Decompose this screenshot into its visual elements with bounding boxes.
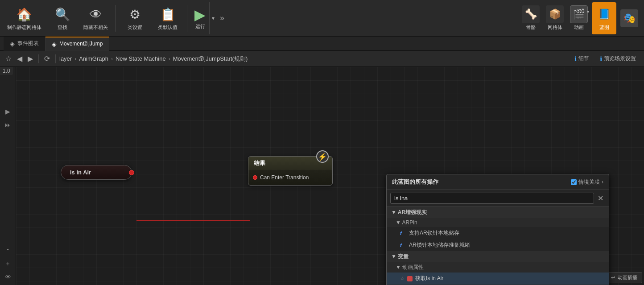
skeleton-view-button[interactable]: 🦴 骨骼	[520, 2, 542, 34]
item-get-isinair-label: 获取Is in Air	[415, 275, 443, 282]
blueprint-label: 蓝图	[599, 24, 609, 31]
item-ar-ready-label: AR锁针本地储存准备就绪	[409, 241, 470, 249]
search-close-button[interactable]: ✕	[596, 193, 605, 203]
hide-irrelevant-button[interactable]: 👁 隐藏不相关	[80, 2, 111, 34]
breadcrumb-animgraph[interactable]: AnimGraph	[79, 55, 108, 62]
item-ar-save[interactable]: f 支持AR锁针本地储存	[387, 227, 609, 239]
func-icon-ar-ready: f	[400, 243, 406, 248]
preview-scene-tab[interactable]: ℹ 预览场景设置	[595, 53, 640, 64]
separator-1	[115, 5, 116, 32]
bc-sep-3: ›	[169, 56, 170, 62]
movement-jump-icon: ◈	[52, 41, 57, 48]
find-label: 查找	[58, 24, 67, 31]
class-defaults-button[interactable]: 📋 类默认值	[152, 2, 183, 34]
back-button[interactable]: ◀	[15, 54, 24, 64]
tab-event-graph[interactable]: ◈ 事件图表	[4, 37, 45, 51]
find-button[interactable]: 🔍 查找	[47, 2, 78, 34]
breadcrumb-statemachine[interactable]: New State Machine	[116, 55, 166, 62]
can-enter-pin[interactable]	[253, 175, 257, 180]
node-isinair[interactable]: Is In Air	[61, 165, 132, 180]
run-dropdown-button[interactable]: ▾	[209, 2, 216, 34]
breadcrumb-separator-2	[55, 54, 56, 63]
left-sidebar: 1.0 ▶ ⏭ - + 👁	[0, 67, 16, 285]
forward-button[interactable]: ▶	[26, 54, 35, 64]
context-checkbox-input[interactable]	[571, 179, 577, 185]
favorite-button[interactable]: ☆	[4, 54, 13, 64]
item-ar-save-label: 支持AR锁针本地储存	[409, 229, 459, 237]
lightning-badge: ⚡	[316, 150, 329, 163]
category-variables[interactable]: ▼ 变量	[387, 251, 609, 262]
zoom-level: 1.0	[0, 67, 13, 75]
play-control-button[interactable]: ▶	[2, 105, 14, 118]
run-label: 运行	[195, 23, 205, 30]
tab-movement-jump[interactable]: ◈ Movement到Jump	[45, 37, 109, 51]
main-area: 1.0 ▶ ⏭ - + 👁 Is In Air ⚡ 结果 Ca	[0, 67, 644, 285]
anim-insert-panel[interactable]: ↩ 动画插播	[606, 272, 642, 283]
run-button[interactable]: ▶ 运行	[191, 2, 209, 34]
mesh-label: 网格体	[548, 24, 562, 31]
preview-label: 预览场景设置	[604, 55, 636, 62]
anim-insert-label: 动画插播	[618, 274, 637, 281]
context-checkbox[interactable]: 情境关联 ›	[571, 178, 603, 186]
eye-button[interactable]: 👁	[2, 271, 14, 283]
anim-view-button[interactable]: 🎬 动画 ▾	[568, 2, 590, 34]
extra-view-button[interactable]: 🎭	[618, 2, 640, 34]
refresh-button[interactable]: ⟳	[42, 54, 52, 64]
class-settings-button[interactable]: ⚙ 类设置	[119, 2, 150, 34]
subcategory-arpin-label: ▼ ARPin	[396, 219, 417, 226]
find-icon: 🔍	[54, 5, 71, 23]
category-ar-enhanced[interactable]: ▼ AR增强现实	[387, 207, 609, 218]
search-popup-title: 此蓝图的所有操作	[392, 178, 438, 186]
anim-label: 动画	[574, 24, 584, 31]
run-icon: ▶	[194, 6, 206, 23]
breadcrumb-rule[interactable]: Movement到JumpStart(规则)	[173, 55, 248, 63]
tabs-bar: ◈ 事件图表 ◈ Movement到Jump	[0, 37, 644, 51]
class-settings-label: 类设置	[128, 24, 142, 31]
details-label: 细节	[578, 55, 589, 62]
item-ar-ready[interactable]: f AR锁针本地储存准备就绪	[387, 239, 609, 251]
node-isinair-output-pin[interactable]	[129, 170, 134, 175]
preview-icon: ℹ	[600, 55, 602, 62]
anim-insert-icon: ↩	[611, 275, 615, 281]
node-isinair-title: Is In Air	[70, 169, 91, 176]
details-panel-tab[interactable]: ℹ 细节	[570, 53, 594, 64]
breadcrumb-bar: ☆ ◀ ▶ ⟳ layer › AnimGraph › New State Ma…	[0, 51, 644, 67]
event-graph-icon: ◈	[10, 40, 15, 47]
node-result[interactable]: ⚡ 结果 Can Enter Transition	[248, 156, 333, 186]
right-panel-tabs: ℹ 细节 ℹ 预览场景设置	[570, 53, 640, 64]
static-mesh-button[interactable]: 🏠 制作静态网格体	[4, 2, 45, 34]
node-result-body: Can Enter Transition	[248, 170, 332, 185]
blueprint-view-button[interactable]: 📘 蓝图	[592, 2, 616, 34]
search-popup: 此蓝图的所有操作 情境关联 › ✕ ▼ AR增强现实 ▼ ARPin	[386, 174, 609, 285]
search-input[interactable]	[390, 193, 594, 204]
node-result-title: 结果	[254, 159, 265, 167]
popup-arrow: ›	[602, 179, 603, 185]
details-icon: ℹ	[574, 55, 577, 62]
category-variables-label: ▼ 变量	[391, 253, 409, 260]
more-toolbar-button[interactable]: »	[218, 13, 226, 23]
context-checkbox-label: 情境关联	[578, 178, 600, 186]
tab-event-graph-label: 事件图表	[17, 40, 39, 47]
search-popup-header: 此蓝图的所有操作 情境关联 ›	[387, 174, 609, 190]
bc-sep-2: ›	[111, 56, 113, 62]
zoom-out-button[interactable]: -	[2, 243, 14, 256]
anim-graph-canvas[interactable]: Is In Air ⚡ 结果 Can Enter Transition 此蓝图的…	[16, 67, 644, 285]
tab-movement-jump-label: Movement到Jump	[59, 40, 103, 48]
static-mesh-label: 制作静态网格体	[7, 24, 41, 31]
subcategory-anim-props-label: ▼ 动画属性	[396, 264, 424, 271]
category-ar-label: ▼ AR增强现实	[391, 209, 427, 216]
step-control-button[interactable]: ⏭	[2, 119, 14, 131]
breadcrumb-layer[interactable]: layer	[59, 55, 72, 62]
subcategory-arpin[interactable]: ▼ ARPin	[387, 218, 609, 227]
node-result-pin-row: Can Enter Transition	[253, 173, 328, 182]
class-defaults-label: 类默认值	[158, 24, 178, 31]
mesh-view-button[interactable]: 📦 网格体	[544, 2, 566, 34]
zoom-in-button[interactable]: +	[2, 257, 14, 270]
subcategory-anim-props[interactable]: ▼ 动画属性	[387, 262, 609, 273]
item-get-isinair[interactable]: ☆ 获取Is in Air	[387, 273, 609, 285]
hide-irrelevant-icon: 👁	[87, 5, 105, 23]
static-mesh-icon: 🏠	[16, 5, 33, 23]
search-input-row: ✕	[387, 190, 609, 207]
star-icon-isinair: ☆	[400, 276, 405, 281]
search-results: ▼ AR增强现实 ▼ ARPin f 支持AR锁针本地储存 f AR锁针本地储存…	[387, 207, 609, 285]
